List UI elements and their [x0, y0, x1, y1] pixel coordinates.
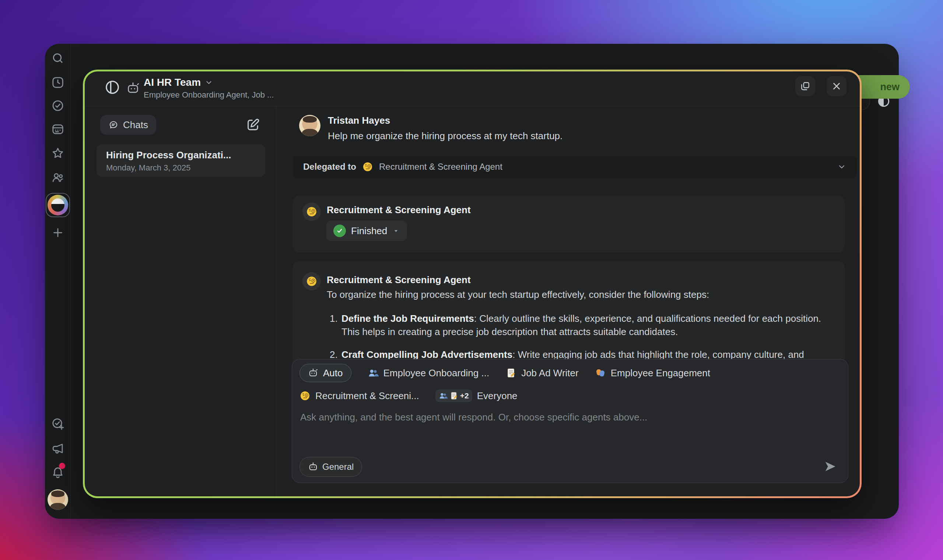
- status-value: Finished: [351, 225, 387, 237]
- everyone-avatars: +2: [435, 389, 472, 402]
- agent-name: Recruitment & Screening Agent: [327, 274, 471, 286]
- modal-titles: AI HR Team Employee Onboarding Agent, Jo…: [144, 77, 274, 100]
- agent-avatar: [302, 272, 321, 291]
- workspace-avatar[interactable]: [46, 193, 70, 217]
- chats-label: Chats: [123, 119, 148, 131]
- chevron-down-icon[interactable]: [837, 162, 846, 172]
- send-button[interactable]: [823, 459, 838, 474]
- user-avatar: [299, 115, 320, 136]
- chip-label: Everyone: [477, 390, 518, 402]
- agent-chip-engagement[interactable]: Employee Engagement: [595, 368, 710, 379]
- agent-chip-job-ad-writer[interactable]: Job Ad Writer: [505, 368, 579, 379]
- agent-chip-row: Auto Employee Onboarding ... Job Ad Writ…: [299, 364, 710, 382]
- masks-emoji: [595, 368, 606, 378]
- status-dropdown[interactable]: Finished: [326, 220, 407, 241]
- monocle-face-emoji: [306, 206, 317, 218]
- monocle-face-emoji: [362, 161, 373, 172]
- ai-team-modal: AI HR Team Employee Onboarding Agent, Jo…: [83, 69, 861, 498]
- chat-date: Monday, March 3, 2025: [106, 163, 265, 173]
- delegated-agent: Recruitment & Screening Agent: [379, 162, 502, 172]
- search-icon[interactable]: [51, 52, 65, 65]
- monocle-face-emoji: [306, 275, 317, 287]
- chip-label: Auto: [323, 368, 343, 379]
- chat-list-panel: Chats Hiring Process Organizati... Monda…: [85, 106, 277, 496]
- starred-icon[interactable]: [51, 146, 65, 160]
- memo-emoji: [449, 391, 458, 400]
- agent-chip-recruitment[interactable]: Recruitment & Screeni...: [299, 390, 419, 402]
- icon-rail: [45, 44, 71, 519]
- robot-icon: [308, 462, 318, 472]
- expand-icon: [800, 81, 811, 92]
- chip-label: Recruitment & Screeni...: [315, 390, 419, 402]
- modal-surface: AI HR Team Employee Onboarding Agent, Jo…: [85, 71, 860, 496]
- agent-chip-auto[interactable]: Auto: [299, 364, 351, 382]
- agent-chip-row: Recruitment & Screeni... +2 Everyone: [299, 386, 518, 405]
- agent-avatar: [302, 203, 321, 221]
- agent-status-card: Recruitment & Screening Agent Finished: [293, 195, 844, 252]
- team-selector[interactable]: AI HR Team: [144, 77, 274, 88]
- mode-selector-button[interactable]: General: [299, 457, 362, 477]
- chip-label: Employee Onboarding ...: [384, 368, 490, 379]
- finished-check-icon: [333, 225, 346, 237]
- ai-team-robot-icon: [126, 82, 140, 95]
- agent-name: Recruitment & Screening Agent: [327, 204, 471, 216]
- message-input[interactable]: [300, 412, 838, 448]
- step-number: 1.: [330, 312, 342, 338]
- message-author: Tristan Hayes: [328, 115, 562, 126]
- notification-badge: [59, 463, 65, 469]
- announcements-megaphone-icon[interactable]: [51, 442, 65, 455]
- members-icon[interactable]: [51, 171, 65, 184]
- close-modal-button[interactable]: [827, 76, 846, 96]
- busts-emoji: [368, 368, 379, 378]
- delegated-bar[interactable]: Delegated to Recruitment & Screening Age…: [293, 156, 857, 177]
- speech-bubble-icon: [108, 120, 119, 130]
- modal-header: AI HR Team Employee Onboarding Agent, Jo…: [85, 71, 860, 106]
- robot-icon: [308, 368, 318, 378]
- step-text: Define the Job Requirements: Clearly out…: [342, 312, 835, 338]
- desktop-background: Team Taskade Human Resources / AI: [0, 0, 943, 560]
- mode-label: General: [322, 462, 354, 472]
- chip-label: Job Ad Writer: [521, 368, 579, 379]
- recent-clock-icon[interactable]: [51, 76, 65, 89]
- chats-tab[interactable]: Chats: [100, 115, 156, 135]
- add-workspace-icon[interactable]: [51, 226, 65, 239]
- busts-emoji: [439, 391, 448, 400]
- send-icon: [823, 459, 838, 474]
- more-agents-badge: +2: [460, 391, 469, 400]
- toggle-chat-list-icon[interactable]: [104, 79, 120, 95]
- response-intro: To organize the hiring process at your t…: [327, 289, 709, 300]
- memo-emoji: [505, 368, 516, 378]
- chat-title: Hiring Process Organizati...: [106, 149, 265, 161]
- taskade-mascot-logo: [48, 195, 68, 215]
- delegated-label: Delegated to: [303, 162, 356, 172]
- monocle-face-emoji: [299, 390, 311, 401]
- new-chat-icon[interactable]: [245, 117, 261, 132]
- response-steps: 1. Define the Job Requirements: Clearly …: [330, 309, 842, 361]
- modal-title: AI HR Team: [144, 77, 201, 88]
- message-text: Help me organize the hiring process at m…: [328, 130, 562, 142]
- modal-subtitle: Employee Onboarding Agent, Job ...: [144, 90, 274, 100]
- chat-list-item[interactable]: Hiring Process Organizati... Monday, Mar…: [97, 144, 265, 177]
- agent-chip-onboarding[interactable]: Employee Onboarding ...: [368, 368, 490, 379]
- calendar-board-icon[interactable]: [51, 123, 65, 136]
- list-item: 1. Define the Job Requirements: Clearly …: [330, 312, 842, 338]
- user-profile-avatar[interactable]: [48, 489, 68, 510]
- chevron-down-icon: [205, 78, 213, 87]
- agent-chip-everyone[interactable]: +2 Everyone: [435, 389, 518, 402]
- caret-down-icon: [392, 227, 400, 235]
- close-icon: [831, 81, 842, 92]
- user-message: Tristan Hayes Help me organize the hirin…: [299, 115, 562, 142]
- chip-label: Employee Engagement: [611, 368, 710, 379]
- quick-add-task-icon[interactable]: [51, 417, 65, 431]
- conversation-panel: Tristan Hayes Help me organize the hirin…: [277, 106, 860, 496]
- expand-modal-button[interactable]: [795, 76, 815, 96]
- tasks-check-icon[interactable]: [51, 99, 65, 112]
- message-composer: Auto Employee Onboarding ... Job Ad Writ…: [292, 359, 848, 483]
